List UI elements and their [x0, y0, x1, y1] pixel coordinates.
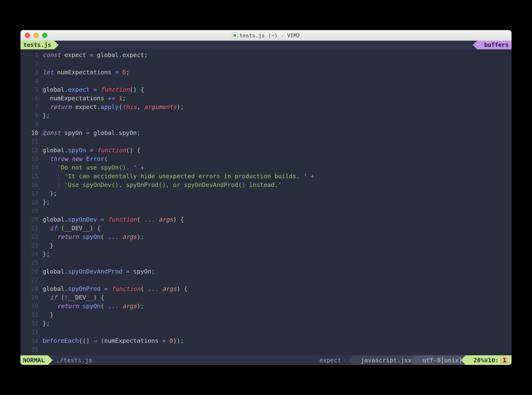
func-label: expect [319, 357, 341, 364]
code-line[interactable]: 15 ¦ 'It can accidentally hide unexpecte… [20, 172, 512, 181]
minimize-icon[interactable] [33, 33, 39, 38]
code-line[interactable]: 7 return expect.apply(this, arguments); [20, 103, 512, 111]
line-number: 34 [20, 337, 43, 345]
line-number: 13 [20, 155, 43, 163]
code-content: return spyOn( ... args); [43, 233, 144, 241]
line-number: 28 [20, 285, 43, 293]
code-line[interactable]: 16 ¦ 'Use spyOnDev(), spyOnProd(), or sp… [20, 181, 512, 189]
code-line[interactable]: 2 [20, 59, 512, 68]
line-number: 25 [20, 259, 43, 267]
status-spacer [96, 355, 316, 365]
code-line[interactable]: 6 numExpectations += 1; [20, 94, 512, 103]
code-line[interactable]: 10const spyOn = global.spyOn; [20, 129, 512, 137]
line-number: 22 [20, 233, 43, 241]
tabline: tests.js buffers [20, 41, 512, 49]
code-line[interactable]: 25 [20, 259, 512, 267]
code-line[interactable]: 22 return spyOn( ... args); [20, 233, 512, 241]
encoding-label: utf-8[unix] [422, 357, 462, 364]
code-content: ); [43, 189, 57, 198]
line-number: 35 [20, 345, 43, 354]
code-content: }; [43, 111, 50, 120]
line-number: 23 [20, 241, 43, 250]
code-line[interactable]: 1const expect = global.expect; [20, 51, 512, 59]
line-number: 5 [20, 85, 43, 94]
code-line[interactable]: 34beforeEach(() ⇒ (numExpectations = 0))… [20, 337, 512, 345]
code-line[interactable]: 29 if (!__DEV__) { [20, 293, 512, 302]
window-title-text: tests.js (~) - VIM2 [239, 32, 300, 38]
status-position: 28% ≡ 10: 1 [466, 355, 512, 365]
code-line[interactable]: 11 [20, 137, 512, 146]
code-line[interactable]: 30 return spyOn( ... args); [20, 302, 512, 311]
code-line[interactable]: 14 'Do not use spyOn(). ' + [20, 163, 512, 172]
code-line[interactable]: 33 [20, 328, 512, 337]
code-content: }; [43, 198, 50, 207]
hamburger-icon: ≡ [484, 357, 488, 364]
code-content: global.spyOnDev = function( ... args) { [43, 215, 184, 224]
line-number: 12 [20, 146, 43, 155]
code-line[interactable]: 23 } [20, 241, 512, 250]
line-number: 31 [20, 311, 43, 319]
code-content: global.spyOn = function() { [43, 146, 140, 155]
code-line[interactable]: 28global.spyOnProd = function( ... args)… [20, 285, 512, 293]
line-number: 8 [20, 111, 43, 120]
line-number: 18 [20, 198, 43, 207]
code-line[interactable]: 32}; [20, 319, 512, 328]
code-content: throw new Error( [43, 155, 108, 163]
line-number: 9 [20, 120, 43, 129]
code-content: global.spyOnDevAndProd = spyOn; [43, 267, 155, 276]
code-content: if (!__DEV__) { [43, 293, 104, 302]
code-content: ¦ 'It can accidentally hide unexpected e… [43, 172, 314, 181]
window-controls [20, 33, 47, 38]
code-line[interactable]: 9 [20, 120, 512, 129]
code-line[interactable]: 3let numExpectations = 0; [20, 68, 512, 77]
code-content: }; [43, 319, 50, 328]
window-title: tests.js (~) - VIM2 [232, 32, 300, 38]
col-label: 1 [501, 357, 508, 364]
line-number: 7 [20, 103, 43, 111]
code-line[interactable]: 12global.spyOn = function() { [20, 146, 512, 155]
statusline: NORMAL ./tests.js expect ❬ javascript.js… [20, 355, 512, 365]
code-content: return spyOn( ... args); [43, 302, 144, 311]
filetype-label: javascript.jsx [361, 357, 411, 364]
code-line[interactable]: 20global.spyOnDev = function( ... args) … [20, 215, 512, 224]
code-content: return expect.apply(this, arguments); [43, 103, 184, 111]
code-line[interactable]: 35 [20, 345, 512, 354]
line-number: 29 [20, 293, 43, 302]
code-line[interactable]: 31 } [20, 311, 512, 319]
code-line[interactable]: 13 throw new Error( [20, 155, 512, 163]
code-line[interactable]: 26global.spyOnDevAndProd = spyOn; [20, 267, 512, 276]
code-line[interactable]: 4 [20, 77, 512, 85]
status-encoding: utf-8[unix] [415, 355, 466, 365]
code-line[interactable]: 5global.expect = function() { [20, 85, 512, 94]
close-icon[interactable] [25, 33, 30, 38]
line-number: 4 [20, 77, 43, 85]
code-line[interactable]: 24}; [20, 250, 512, 259]
buffers-indicator[interactable]: buffers [477, 41, 512, 49]
line-number: 27 [20, 276, 43, 285]
status-filetype: javascript.jsx [353, 355, 415, 365]
code-line[interactable]: 8}; [20, 111, 512, 120]
line-label: 10: [488, 357, 499, 364]
line-number: 17 [20, 189, 43, 198]
line-number: 11 [20, 137, 43, 146]
code-content: if (__DEV__) { [43, 224, 101, 233]
zoom-icon[interactable] [42, 33, 47, 38]
mode-label: NORMAL [23, 357, 45, 364]
tab-label: tests.js [23, 42, 51, 48]
code-content: global.spyOnProd = function( ... args) { [43, 285, 188, 293]
line-number: 24 [20, 250, 43, 259]
line-number: 32 [20, 319, 43, 328]
code-content: const spyOn = global.spyOn; [43, 129, 140, 137]
tab-active[interactable]: tests.js [20, 41, 54, 49]
percent-label: 28% [474, 357, 484, 364]
code-line[interactable]: 27 [20, 276, 512, 285]
code-line[interactable]: 18}; [20, 198, 512, 207]
code-line[interactable]: 19 [20, 207, 512, 215]
line-number: 6 [20, 94, 43, 103]
editor-area[interactable]: 1const expect = global.expect;23let numE… [20, 49, 512, 355]
code-content: 'Do not use spyOn(). ' + [43, 163, 144, 172]
code-line[interactable]: 17 ); [20, 189, 512, 198]
code-line[interactable]: 21 if (__DEV__) { [20, 224, 512, 233]
line-number: 3 [20, 68, 43, 77]
titlebar[interactable]: tests.js (~) - VIM2 [20, 30, 512, 41]
